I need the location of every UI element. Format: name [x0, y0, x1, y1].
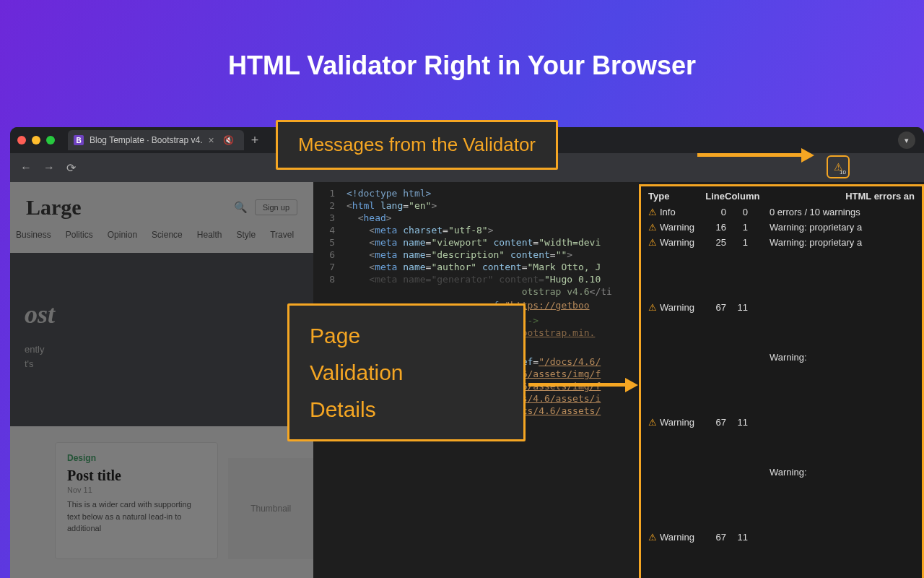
close-tab-icon[interactable]: ×: [209, 134, 214, 146]
warning-icon: ⚠: [648, 532, 660, 543]
callout-messages: Messages from the Validator: [276, 120, 558, 170]
badge-count: 10: [840, 169, 846, 176]
post-card[interactable]: Design Post title Nov 11 This is a wider…: [55, 442, 218, 559]
extension-badge[interactable]: ⚠ 10: [827, 155, 850, 178]
col-column: Column: [725, 191, 768, 202]
nav-item[interactable]: Style: [236, 230, 256, 240]
validator-row[interactable]: ⚠Warning161Warning: proprietary a: [641, 220, 922, 235]
thumbnail-placeholder: Thumbnail: [228, 458, 313, 559]
col-type: Type: [648, 191, 696, 202]
minimize-window-icon[interactable]: [32, 136, 40, 144]
tab-mute-icon[interactable]: 🔇: [223, 135, 234, 145]
arrow-to-panel: [528, 383, 637, 387]
validator-row[interactable]: ⚠Info000 errors / 10 warnings: [641, 204, 922, 220]
page-preview: Large 🔍 Sign up BusinessPoliticsOpinionS…: [10, 182, 313, 578]
featured-title-fragment: ost: [25, 299, 299, 329]
traffic-lights: [17, 136, 55, 144]
hero-title: HTML Validator Right in Your Browser: [0, 51, 924, 81]
nav-item[interactable]: Health: [197, 230, 222, 240]
browser-tab[interactable]: B Blog Template · Bootstrap v4. × 🔇: [68, 130, 244, 150]
nav-item[interactable]: Science: [152, 230, 183, 240]
col-line: Line: [696, 191, 725, 202]
new-tab-button[interactable]: +: [251, 133, 259, 148]
card-category: Design: [67, 453, 206, 463]
tabs-dropdown-button[interactable]: ▾: [898, 131, 915, 149]
category-nav: BusinessPoliticsOpinionScienceHealthStyl…: [10, 220, 313, 249]
warning-icon: ⚠: [648, 237, 660, 248]
validator-row[interactable]: ⚠Warning6711Warning: proprietary a: [641, 365, 922, 480]
nav-item[interactable]: Politics: [66, 230, 93, 240]
back-button[interactable]: ←: [20, 161, 32, 174]
warning-icon: ⚠: [648, 222, 660, 233]
featured-post: ost ently t's: [10, 253, 313, 426]
arrow-to-badge: [697, 153, 813, 158]
search-icon[interactable]: 🔍: [234, 201, 248, 214]
warning-icon: ⚠: [648, 417, 660, 428]
card-date: Nov 11: [67, 486, 206, 494]
reload-button[interactable]: ⟳: [66, 161, 76, 175]
warning-icon: ⚠: [648, 302, 660, 313]
close-window-icon[interactable]: [17, 136, 26, 144]
nav-item[interactable]: Business: [16, 230, 51, 240]
col-message: HTML errors an: [768, 191, 915, 202]
validator-header: Type Line Column HTML errors an: [641, 186, 922, 204]
forward-button[interactable]: →: [43, 161, 55, 174]
validator-panel: Type Line Column HTML errors an ⚠Info000…: [639, 184, 924, 578]
validator-row[interactable]: ⚠Warning251Warning: proprietary a: [641, 235, 922, 250]
validator-row[interactable]: ⚠Warning6711Warning: proprietary a: [641, 250, 922, 365]
favicon-icon: B: [74, 135, 84, 145]
sign-up-button[interactable]: Sign up: [255, 199, 297, 215]
warning-icon: ⚠: [648, 207, 660, 217]
card-title: Post title: [67, 467, 206, 484]
card-body: This is a wider card with supporting tex…: [67, 499, 206, 535]
featured-subtitle: ently t's: [25, 342, 299, 371]
maximize-window-icon[interactable]: [46, 136, 55, 144]
site-logo: Large: [26, 195, 82, 220]
callout-details: Page Validation Details: [287, 303, 526, 441]
nav-item[interactable]: Travel: [270, 230, 294, 240]
validator-row[interactable]: ⚠Warning6711Warning: proprietary a: [641, 480, 922, 578]
tab-title: Blog Template · Bootstrap v4.: [90, 135, 203, 145]
nav-item[interactable]: Opinion: [108, 230, 137, 240]
